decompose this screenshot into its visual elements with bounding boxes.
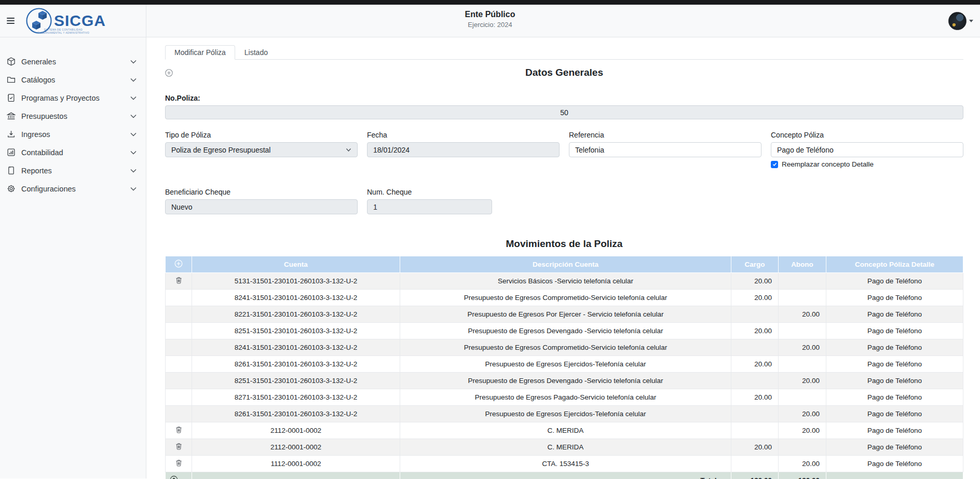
bar-chart-icon [7, 148, 16, 157]
sidebar-item-generales[interactable]: Generales [0, 52, 146, 71]
totals-row: Totales: 120.00 120.00 [166, 472, 963, 479]
datos-generales-title: Datos Generales [525, 67, 603, 78]
chevron-down-icon [130, 167, 137, 174]
user-avatar[interactable] [948, 12, 967, 30]
cell-cargo: 20.00 [731, 389, 779, 406]
tipo-poliza-select[interactable]: Poliza de Egreso Presupuestal [165, 142, 358, 157]
movement-row: 8241-31501-230101-260103-3-132-U-2 Presu… [166, 339, 963, 356]
no-poliza-input[interactable] [165, 105, 963, 119]
movimientos-title: Movimientos de la Poliza [165, 238, 963, 250]
row-action-cell [166, 356, 192, 373]
cell-cuenta: 1112-0001-0002 [192, 456, 400, 472]
row-action-cell [166, 273, 192, 290]
cell-cuenta: 8261-31501-230101-260103-3-132-U-2 [192, 406, 400, 422]
no-poliza-label: No.Poliza: [165, 94, 963, 102]
totals-empty-concepto [826, 472, 963, 479]
column-header-concepto-detalle: Concepto Póliza Detalle [826, 256, 963, 273]
cell-descripcion: Presupuesto de Egresos Por Ejercer - Ser… [400, 306, 731, 323]
chevron-down-icon [130, 185, 137, 192]
row-action-cell [166, 422, 192, 439]
cell-abono [779, 356, 826, 373]
concepto-poliza-input[interactable] [771, 142, 963, 157]
arrow-up-circle-icon [170, 475, 178, 479]
chevron-down-icon [130, 113, 137, 119]
sidebar-item-label: Ingresos [21, 130, 50, 139]
cell-descripcion: C. MERIDA [400, 439, 731, 456]
totals-action-cell[interactable] [166, 472, 192, 479]
num-cheque-label: Num. Cheque [367, 188, 492, 196]
cell-cuenta: 8241-31501-230101-260103-3-132-U-2 [192, 290, 400, 306]
exercise-subtitle: Ejercicio: 2024 [465, 21, 515, 29]
logo-tagline-2: GUBERNAMENTAL Y ADMINISTRATIVO [37, 32, 90, 34]
folder-icon [7, 75, 16, 84]
cell-cuenta: 8251-31501-230101-260103-3-132-U-2 [192, 373, 400, 389]
entity-title: Ente Público [465, 10, 515, 19]
cell-concepto: Pago de Teléfono [826, 439, 963, 456]
reemplazar-checkbox[interactable] [771, 161, 778, 168]
row-action-cell [166, 339, 192, 356]
cell-cargo [731, 373, 779, 389]
beneficiario-cheque-label: Beneficiario Cheque [165, 188, 358, 196]
gear-icon [7, 184, 16, 193]
cell-cargo: 20.00 [731, 356, 779, 373]
checkmark-icon [772, 162, 777, 167]
movement-row: 8261-31501-230101-260103-3-132-U-2 Presu… [166, 406, 963, 422]
cell-abono: 20.00 [779, 422, 826, 439]
hamburger-menu-icon[interactable] [7, 18, 15, 24]
cell-descripcion: C. MERIDA [400, 422, 731, 439]
cell-cuenta: 8241-31501-230101-260103-3-132-U-2 [192, 339, 400, 356]
sidebar-item-label: Reportes [21, 167, 52, 175]
delete-row-icon[interactable] [175, 459, 182, 467]
cell-descripcion: Presupuesto de Egresos Pagado-Servicio t… [400, 389, 731, 406]
cell-cargo: 20.00 [731, 290, 779, 306]
cell-descripcion: Presupuesto de Egresos Comprometido-Serv… [400, 339, 731, 356]
cell-concepto: Pago de Teléfono [826, 406, 963, 422]
download-icon [7, 130, 16, 139]
column-header-cuenta: Cuenta [192, 256, 400, 273]
cell-cuenta: 5131-31501-230101-260103-3-132-U-2 [192, 273, 400, 290]
cell-concepto: Pago de Teléfono [826, 389, 963, 406]
cell-abono [779, 323, 826, 339]
sidebar-item-reportes[interactable]: Reportes [0, 161, 146, 180]
cell-concepto: Pago de Teléfono [826, 306, 963, 323]
user-menu-caret-icon[interactable] [969, 20, 973, 22]
sidebar-item-ingresos[interactable]: Ingresos [0, 125, 146, 143]
sidebar-item-contabilidad[interactable]: Contabilidad [0, 143, 146, 161]
delete-row-icon[interactable] [175, 443, 182, 450]
cell-abono [779, 389, 826, 406]
cell-cargo [731, 406, 779, 422]
app-header: SICGA SISTEMA DE CONTABILIDAD GUBERNAMEN… [0, 5, 980, 37]
delete-row-icon[interactable] [175, 277, 182, 284]
sidebar-item-catalogos[interactable]: Catálogos [0, 71, 146, 89]
add-circle-icon[interactable] [165, 69, 173, 77]
logo-cube-bottom [32, 21, 40, 30]
sidebar-item-label: Generales [21, 58, 56, 66]
row-action-cell [166, 389, 192, 406]
cell-concepto: Pago de Teléfono [826, 422, 963, 439]
num-cheque-input[interactable] [367, 199, 492, 214]
referencia-input[interactable] [569, 142, 761, 157]
totals-cargo: 120.00 [731, 472, 779, 479]
movements-header-row: Cuenta Descripción Cuenta Cargo Abono Co… [166, 256, 963, 273]
column-header-abono: Abono [779, 256, 826, 273]
beneficiario-cheque-input[interactable] [165, 199, 358, 214]
cell-cargo [731, 306, 779, 323]
cell-descripcion: Servicios Básicos -Servicio telefonía ce… [400, 273, 731, 290]
cell-cuenta: 2112-0001-0002 [192, 422, 400, 439]
tab-modificar-poliza[interactable]: Modificar Póliza [165, 45, 235, 60]
movement-row: 8261-31501-230101-260103-3-132-U-2 Presu… [166, 356, 963, 373]
cell-concepto: Pago de Teléfono [826, 356, 963, 373]
movement-row: 2112-0001-0002 C. MERIDA 20.00 Pago de T… [166, 422, 963, 439]
add-movement-header-cell[interactable] [166, 256, 192, 273]
cell-concepto: Pago de Teléfono [826, 273, 963, 290]
cell-cuenta: 8221-31501-230101-260103-3-132-U-2 [192, 306, 400, 323]
fecha-input[interactable] [367, 142, 560, 157]
sidebar-item-programas-y-proyectos[interactable]: Programas y Proyectos [0, 89, 146, 107]
cell-descripcion: Presupuesto de Egresos Ejercidos-Telefon… [400, 356, 731, 373]
cell-abono [779, 439, 826, 456]
sidebar: Generales Catálogos Programas y Proyecto… [0, 37, 146, 478]
sidebar-item-presupuestos[interactable]: Presupuestos [0, 107, 146, 125]
tab-listado[interactable]: Listado [235, 45, 277, 60]
sidebar-item-configuraciones[interactable]: Configuraciones [0, 180, 146, 198]
delete-row-icon[interactable] [175, 426, 182, 433]
